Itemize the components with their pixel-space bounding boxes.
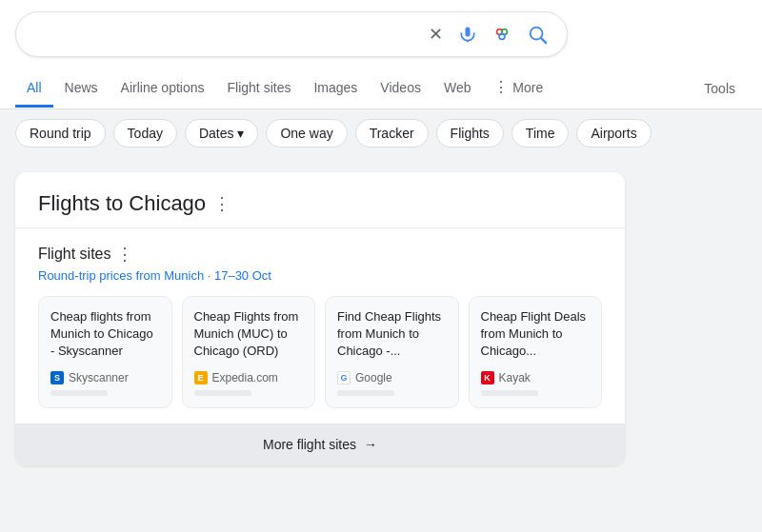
chip-tracker[interactable]: Tracker: [355, 119, 429, 148]
subtitle: Round-trip prices from Munich · 17–30 Oc…: [38, 268, 602, 283]
skyscanner-favicon: S: [50, 371, 64, 384]
flight-site-card-google[interactable]: Find Cheap Flights from Munich to Chicag…: [325, 296, 459, 408]
more-flight-sites-button[interactable]: More flight sites →: [15, 424, 625, 465]
tab-news[interactable]: News: [53, 70, 110, 108]
kayak-name: Kayak: [499, 371, 531, 384]
tab-images[interactable]: Images: [302, 70, 369, 108]
tab-web[interactable]: Web: [432, 70, 483, 108]
flight-site-source: S Skyscanner: [50, 371, 160, 384]
tools-button[interactable]: Tools: [692, 71, 747, 106]
card-body: Flight sites ⋮ Round-trip prices from Mu…: [15, 228, 625, 424]
price-bar: [481, 390, 538, 396]
arrow-right-icon: →: [364, 437, 377, 452]
more-sites-label: More flight sites: [263, 437, 356, 452]
google-favicon: G: [337, 371, 351, 384]
search-bar: flight munich chicago ✕: [15, 11, 568, 57]
flight-site-source: G Google: [337, 371, 447, 384]
voice-search-button[interactable]: [454, 21, 481, 48]
flight-site-card-expedia[interactable]: Cheap Flights from Munich (MUC) to Chica…: [182, 296, 316, 408]
section-title: Flight sites: [38, 246, 110, 263]
chip-time[interactable]: Time: [511, 119, 570, 148]
more-dots-icon: ⋮: [493, 79, 509, 95]
flight-site-source: E Expedia.com: [194, 371, 304, 384]
chip-today[interactable]: Today: [113, 119, 177, 148]
card-more-icon[interactable]: ⋮: [213, 193, 231, 214]
search-input[interactable]: flight munich chicago: [31, 26, 417, 43]
price-bar: [194, 390, 251, 396]
price-bar: [50, 390, 108, 396]
kayak-favicon: K: [481, 371, 494, 384]
svg-line-4: [541, 38, 546, 43]
card-header: Flights to Chicago ⋮: [15, 172, 625, 228]
flight-site-title: Cheap flights from Munich to Chicago - S…: [50, 308, 160, 362]
tab-flight-sites[interactable]: Flight sites: [216, 70, 303, 108]
flight-site-source: K Kayak: [481, 371, 591, 384]
lens-button[interactable]: [489, 21, 515, 48]
tab-videos[interactable]: Videos: [369, 70, 432, 108]
flight-site-card-kayak[interactable]: Cheap Flight Deals from Munich to Chicag…: [469, 296, 603, 408]
section-more-icon[interactable]: ⋮: [116, 244, 133, 265]
expedia-favicon: E: [194, 371, 208, 384]
flight-site-title: Cheap Flights from Munich (MUC) to Chica…: [194, 308, 304, 362]
card-title: Flights to Chicago: [38, 191, 206, 216]
header: flight munich chicago ✕: [0, 0, 762, 109]
clear-button[interactable]: ✕: [425, 20, 447, 49]
filter-row: Round trip Today Dates ▾ One way Tracker…: [0, 109, 762, 157]
tab-airline-options[interactable]: Airline options: [110, 70, 216, 108]
google-name: Google: [355, 371, 392, 384]
search-bar-row: flight munich chicago ✕: [15, 11, 747, 69]
flight-site-title: Cheap Flight Deals from Munich to Chicag…: [481, 308, 591, 362]
nav-tabs: All News Airline options Flight sites Im…: [15, 69, 747, 108]
chip-dates[interactable]: Dates ▾: [185, 119, 258, 148]
svg-point-2: [499, 34, 505, 40]
skyscanner-name: Skyscanner: [69, 371, 129, 384]
result-card: Flights to Chicago ⋮ Flight sites ⋮ Roun…: [15, 172, 625, 465]
chip-round-trip[interactable]: Round trip: [15, 119, 106, 148]
flight-site-card-skyscanner[interactable]: Cheap flights from Munich to Chicago - S…: [38, 296, 172, 408]
chip-one-way[interactable]: One way: [266, 119, 347, 148]
tab-more[interactable]: ⋮ More: [482, 69, 554, 108]
flight-cards-grid: Cheap flights from Munich to Chicago - S…: [38, 296, 602, 408]
main-content: Flights to Chicago ⋮ Flight sites ⋮ Roun…: [0, 157, 762, 481]
chip-airports[interactable]: Airports: [576, 119, 651, 148]
search-submit-button[interactable]: [523, 20, 551, 49]
expedia-name: Expedia.com: [212, 371, 278, 384]
flight-site-title: Find Cheap Flights from Munich to Chicag…: [337, 308, 447, 362]
chip-flights[interactable]: Flights: [436, 119, 504, 148]
section-title-row: Flight sites ⋮: [38, 244, 602, 265]
tab-all[interactable]: All: [15, 70, 53, 108]
price-bar: [337, 390, 394, 396]
